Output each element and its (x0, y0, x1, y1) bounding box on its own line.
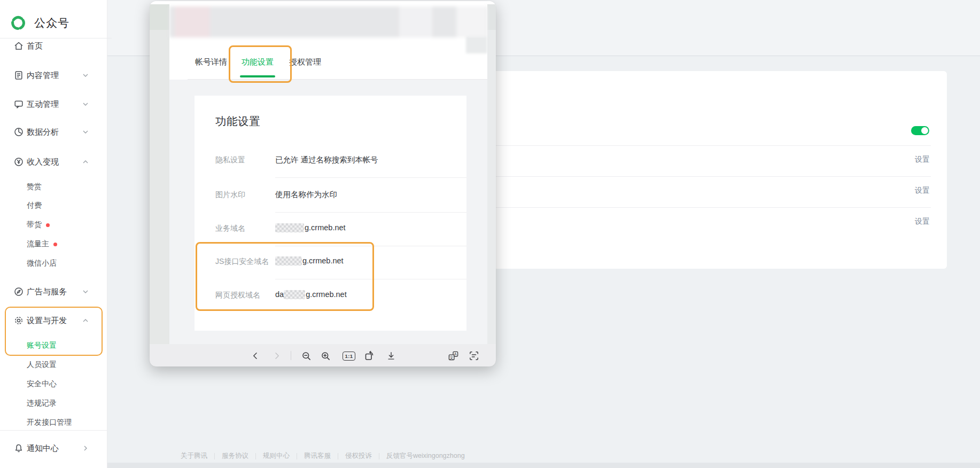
sidebar-item-ads[interactable]: 广告与服务 (0, 285, 107, 298)
chevron-up-icon (83, 319, 88, 322)
previous-image-button[interactable] (249, 349, 262, 362)
sidebar-subitem-label: 账号设置 (27, 341, 57, 350)
tab-authorization[interactable]: 授权管理 (289, 54, 321, 69)
footer-link-terms[interactable]: 服务协议 (222, 451, 248, 461)
sidebar-item-label: 通知中心 (27, 443, 59, 454)
footer-link-feedback[interactable]: 反馈官号weixingongzhong (386, 451, 465, 461)
sidebar-item-revenue[interactable]: 收入变现 (0, 155, 107, 168)
sidebar-item-home[interactable]: 首页 (0, 40, 107, 52)
zoom-in-button[interactable] (319, 349, 332, 362)
translate-button[interactable]: A 文 (447, 349, 460, 362)
sidebar-item-reward[interactable]: 赞赏 (27, 182, 42, 192)
bell-icon (13, 443, 24, 454)
tab-label: 功能设置 (242, 57, 274, 67)
image-viewer-window: 帐号详情 功能设置 授权管理 功能设置 隐私设置 已允许 通过名称搜索到本帐号 … (150, 1, 496, 366)
wechat-official-logo-icon (10, 15, 26, 31)
blurred-block (456, 6, 486, 37)
row-value-js-domain: g.crmeb.net (275, 256, 344, 266)
settings-link-2[interactable]: 设置 (915, 186, 933, 196)
actual-size-icon: 1:1 (343, 352, 355, 361)
logo-divider (0, 38, 112, 38)
sidebar-item-label: 数据分析 (27, 127, 59, 137)
toolbar-separator (291, 351, 291, 360)
settings-link-1[interactable]: 设置 (915, 155, 933, 165)
brand-logo: 公众号 (10, 15, 69, 31)
footer: 关于腾讯 服务协议 规则中心 腾讯客服 侵权投诉 反馈官号weixingongz… (181, 451, 465, 461)
footer-link-support[interactable]: 腾讯客服 (304, 451, 331, 461)
translate-icon: A 文 (448, 350, 459, 362)
brand-name: 公众号 (34, 15, 69, 30)
feature-toggle[interactable] (911, 126, 929, 135)
sidebar-item-dev-api[interactable]: 开发接口管理 (27, 417, 72, 428)
sidebar-item-paid[interactable]: 付费 (27, 200, 42, 211)
extract-text-button[interactable] (468, 349, 480, 362)
sidebar-subitem-label: 人员设置 (27, 360, 57, 370)
blurred-patch (466, 36, 487, 53)
sidebar-item-staff-settings[interactable]: 人员设置 (27, 360, 57, 370)
settings-link-3[interactable]: 设置 (915, 217, 933, 227)
sidebar-item-analytics[interactable]: 数据分析 (0, 126, 107, 138)
active-tab-underline (240, 75, 275, 77)
sidebar-item-violation-records[interactable]: 违规记录 (27, 398, 57, 409)
sidebar-item-label: 首页 (27, 41, 43, 51)
footer-link-report[interactable]: 侵权投诉 (345, 451, 372, 461)
sidebar-subitem-label: 带货 (27, 220, 42, 230)
panel-row-divider (275, 279, 466, 279)
sidebar-item-label: 收入变现 (27, 157, 59, 167)
chevron-left-icon (251, 352, 260, 360)
screenshot-left-margin-top (150, 4, 169, 30)
masked-text (275, 256, 302, 266)
row-label-business-domain: 业务域名 (215, 224, 245, 233)
rotate-button[interactable] (363, 349, 376, 362)
footer-link-about[interactable]: 关于腾讯 (181, 451, 207, 461)
sidebar-item-account-settings[interactable]: 账号设置 (27, 340, 57, 351)
sidebar-item-goods[interactable]: 带货 (27, 220, 50, 230)
sidebar-item-content[interactable]: 内容管理 (0, 69, 107, 82)
domain-text: g.crmeb.net (305, 223, 346, 232)
blurred-header-band (169, 6, 487, 37)
zoom-out-button[interactable] (300, 349, 313, 362)
rotate-icon (364, 350, 375, 361)
sidebar-subitem-label: 赞赏 (27, 182, 42, 192)
sidebar-subitem-label: 开发接口管理 (27, 418, 72, 427)
sidebar-item-interaction[interactable]: 互动管理 (0, 98, 107, 111)
screenshot-right-margin-top (487, 4, 496, 30)
masked-text (275, 223, 304, 232)
tab-label: 授权管理 (289, 57, 321, 67)
screenshot-left-margin (150, 4, 169, 344)
row-label-watermark: 图片水印 (215, 190, 245, 200)
row-value-business-domain: g.crmeb.net (275, 223, 346, 232)
domain-text: g.crmeb.net (302, 256, 344, 265)
footer-separator (214, 453, 215, 459)
screenshot-right-margin (487, 4, 496, 344)
annotation-box-domain-rows (196, 242, 374, 311)
sidebar-item-traffic[interactable]: 流量主 (27, 239, 57, 249)
blurred-block (175, 6, 210, 37)
screenshot-content-area: 功能设置 隐私设置 已允许 通过名称搜索到本帐号 图片水印 使用名称作为水印 业… (169, 80, 487, 344)
sidebar-divider (0, 430, 107, 431)
bottom-scroll-strip (107, 463, 980, 468)
sidebar-item-store[interactable]: 微信小店 (27, 258, 57, 269)
actual-size-button[interactable]: 1:1 (343, 349, 355, 362)
masked-text (284, 290, 305, 299)
sidebar-item-label: 互动管理 (27, 99, 59, 110)
svg-text:文: 文 (449, 355, 454, 360)
chevron-up-icon (83, 160, 88, 163)
sidebar-item-security-center[interactable]: 安全中心 (27, 379, 57, 389)
sidebar-item-notification-center[interactable]: 通知中心 (0, 442, 107, 455)
row-label-js-domain: JS接口安全域名 (215, 257, 269, 267)
sidebar-item-settings-dev[interactable]: 设置与开发 (0, 314, 107, 327)
row-divider (476, 207, 931, 208)
sidebar-subitem-label: 流量主 (27, 239, 49, 249)
svg-text:A: A (454, 352, 457, 355)
sidebar-item-label: 内容管理 (27, 71, 59, 81)
row-value-privacy: 已允许 通过名称搜索到本帐号 (275, 155, 378, 165)
home-icon (13, 41, 24, 51)
download-button[interactable] (385, 349, 398, 362)
tab-account-details[interactable]: 帐号详情 (195, 54, 227, 69)
next-image-button[interactable] (270, 349, 283, 362)
screen: 设置 设置 设置 关于腾讯 服务协议 规则中心 腾讯客服 侵权投诉 反馈官号we… (0, 0, 980, 468)
red-dot-badge (46, 223, 50, 227)
footer-link-rules[interactable]: 规则中心 (263, 451, 290, 461)
tab-function-settings[interactable]: 功能设置 (242, 54, 274, 69)
